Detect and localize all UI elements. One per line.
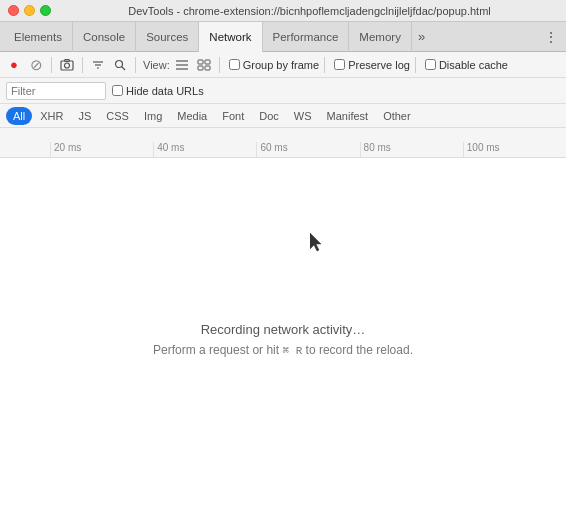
preserve-log-checkbox[interactable] bbox=[334, 59, 345, 70]
type-filter-other[interactable]: Other bbox=[376, 107, 418, 125]
tab-performance[interactable]: Performance bbox=[263, 22, 350, 52]
timeline-tick-4: 80 ms bbox=[360, 142, 463, 157]
toolbar: ● ⊘ View: bbox=[0, 52, 566, 78]
timeline-tick-3: 60 ms bbox=[256, 142, 359, 157]
type-filter-xhr[interactable]: XHR bbox=[33, 107, 70, 125]
cursor-icon bbox=[310, 233, 324, 253]
hide-data-urls-group: Hide data URLs bbox=[112, 85, 204, 97]
svg-rect-12 bbox=[205, 60, 210, 64]
type-filter-media[interactable]: Media bbox=[170, 107, 214, 125]
type-filter-manifest[interactable]: Manifest bbox=[320, 107, 376, 125]
close-button[interactable] bbox=[8, 5, 19, 16]
svg-marker-15 bbox=[310, 233, 321, 251]
minimize-button[interactable] bbox=[24, 5, 35, 16]
type-filter-all[interactable]: All bbox=[6, 107, 32, 125]
disable-cache-label: Disable cache bbox=[439, 59, 508, 71]
type-filter-img[interactable]: Img bbox=[137, 107, 169, 125]
hint-prefix: Perform a request or hit bbox=[153, 343, 279, 357]
camera-button[interactable] bbox=[57, 55, 77, 75]
timeline-header: 20 ms 40 ms 60 ms 80 ms 100 ms bbox=[0, 128, 566, 158]
list-view-button[interactable] bbox=[172, 55, 192, 75]
toolbar-separator-1 bbox=[51, 57, 52, 73]
hint-suffix: to record the reload. bbox=[306, 343, 413, 357]
filter-button[interactable] bbox=[88, 55, 108, 75]
tab-elements[interactable]: Elements bbox=[4, 22, 73, 52]
timeline-tick-2: 40 ms bbox=[153, 142, 256, 157]
toolbar-separator-4 bbox=[219, 57, 220, 73]
svg-rect-11 bbox=[198, 60, 203, 64]
toolbar-separator-5 bbox=[324, 57, 325, 73]
tab-memory[interactable]: Memory bbox=[349, 22, 412, 52]
disable-cache-group: Disable cache bbox=[425, 59, 508, 71]
hide-data-urls-label: Hide data URLs bbox=[126, 85, 204, 97]
type-filter-ws[interactable]: WS bbox=[287, 107, 319, 125]
preserve-log-label: Preserve log bbox=[348, 59, 410, 71]
tab-kebab-button[interactable]: ⋮ bbox=[536, 22, 566, 52]
tab-network[interactable]: Network bbox=[199, 22, 262, 52]
hint-key: ⌘ R bbox=[282, 345, 302, 357]
view-label: View: bbox=[143, 59, 170, 71]
tab-bar: Elements Console Sources Network Perform… bbox=[0, 22, 566, 52]
grid-view-button[interactable] bbox=[194, 55, 214, 75]
svg-point-6 bbox=[116, 60, 123, 67]
recording-text: Recording network activity… bbox=[201, 322, 366, 337]
toolbar-separator-3 bbox=[135, 57, 136, 73]
tab-sources[interactable]: Sources bbox=[136, 22, 199, 52]
svg-point-1 bbox=[65, 63, 70, 68]
main-content: Recording network activity… Perform a re… bbox=[0, 158, 566, 520]
type-filter-css[interactable]: CSS bbox=[99, 107, 136, 125]
group-by-frame-checkbox[interactable] bbox=[229, 59, 240, 70]
svg-rect-13 bbox=[198, 66, 203, 70]
traffic-lights bbox=[8, 5, 51, 16]
disable-cache-checkbox[interactable] bbox=[425, 59, 436, 70]
svg-rect-14 bbox=[205, 66, 210, 70]
group-by-frame-group: Group by frame bbox=[229, 59, 319, 71]
record-button[interactable]: ● bbox=[4, 55, 24, 75]
type-filter-js[interactable]: JS bbox=[71, 107, 98, 125]
type-filter-doc[interactable]: Doc bbox=[252, 107, 286, 125]
filter-bar: Hide data URLs bbox=[0, 78, 566, 104]
group-by-frame-label: Group by frame bbox=[243, 59, 319, 71]
recording-hint: Perform a request or hit ⌘ R to record t… bbox=[153, 343, 413, 357]
filter-input[interactable] bbox=[6, 82, 106, 100]
timeline-tick-1: 20 ms bbox=[50, 142, 153, 157]
search-button[interactable] bbox=[110, 55, 130, 75]
maximize-button[interactable] bbox=[40, 5, 51, 16]
preserve-log-group: Preserve log bbox=[334, 59, 410, 71]
svg-rect-0 bbox=[61, 61, 73, 70]
toolbar-separator-6 bbox=[415, 57, 416, 73]
window-title: DevTools - chrome-extension://bicnhpofle… bbox=[61, 5, 558, 17]
type-filter-font[interactable]: Font bbox=[215, 107, 251, 125]
hide-data-urls-checkbox[interactable] bbox=[112, 85, 123, 96]
title-bar: DevTools - chrome-extension://bicnhpofle… bbox=[0, 0, 566, 22]
svg-line-7 bbox=[122, 66, 126, 70]
tab-console[interactable]: Console bbox=[73, 22, 136, 52]
toolbar-separator-2 bbox=[82, 57, 83, 73]
stop-button[interactable]: ⊘ bbox=[26, 55, 46, 75]
tab-more-button[interactable]: » bbox=[412, 22, 431, 52]
timeline-tick-5: 100 ms bbox=[463, 142, 566, 157]
type-filter-bar: All XHR JS CSS Img Media Font Doc WS Man… bbox=[0, 104, 566, 128]
